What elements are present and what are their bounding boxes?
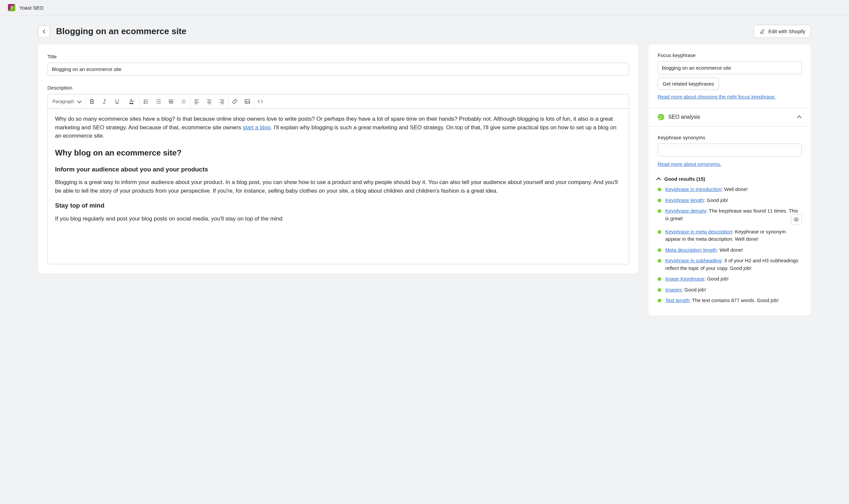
edit-button-label: Edit with Shopify: [769, 29, 805, 34]
align-center-button[interactable]: [203, 94, 216, 108]
result-link[interactable]: Keyphrase density: [665, 208, 706, 214]
status-dot-good-icon: [658, 259, 661, 263]
bold-icon: [89, 99, 94, 104]
code-icon: [257, 98, 263, 105]
result-text: Text length: The text contains 877 words…: [665, 297, 801, 304]
svg-point-6: [796, 218, 797, 220]
result-link[interactable]: Text length: [665, 298, 689, 303]
italic-icon: [102, 99, 107, 104]
synonyms-label: Keyphrase synonyms: [658, 134, 801, 140]
chevron-up-icon: [656, 177, 661, 182]
results-list: Keyphrase in introduction: Well done!Key…: [658, 186, 801, 304]
editor-paragraph: Blogging is a great way to inform your a…: [55, 178, 621, 195]
unordered-list-button[interactable]: [152, 94, 165, 108]
main-card: Title Description Paragraph: [38, 44, 638, 273]
chevron-down-icon: [77, 98, 82, 103]
ordered-list-icon: [143, 99, 149, 104]
status-dot-good-icon: [658, 277, 661, 281]
align-center-icon: [206, 99, 212, 104]
indent-button[interactable]: [165, 94, 177, 108]
title-input[interactable]: [48, 63, 629, 76]
indent-icon: [168, 99, 174, 104]
result-item: Text length: The text contains 877 words…: [658, 297, 801, 304]
result-text: Meta description length: Well done!: [665, 246, 801, 254]
unordered-list-icon: [156, 99, 161, 104]
status-dot-good-icon: [658, 248, 661, 252]
editor-h3: Inform your audience about you and your …: [55, 165, 621, 175]
chevron-up-icon: [797, 115, 801, 120]
status-dot-good-icon: [658, 199, 661, 202]
outdent-button[interactable]: [177, 94, 190, 108]
yoast-logo-icon: [8, 4, 15, 11]
svg-point-5: [246, 100, 247, 101]
result-item: Images: Good job!: [658, 286, 801, 294]
seo-analysis-body: Keyphrase synonyms Read more about synon…: [648, 127, 811, 316]
editor-paragraph: Why do so many ecommerce sites have a bl…: [55, 115, 621, 140]
status-dot-good-icon: [658, 299, 661, 302]
result-text: Keyphrase in introduction: Well done!: [665, 186, 801, 193]
page-header: Blogging on an ecommerce site Edit with …: [0, 16, 849, 44]
edit-with-shopify-button[interactable]: Edit with Shopify: [754, 25, 811, 38]
focus-keyphrase-section: Focus keyphrase Get related keyphrases R…: [648, 44, 811, 108]
editor-link[interactable]: start a blog: [243, 124, 271, 131]
svg-point-3: [157, 103, 157, 103]
get-related-keyphrases-button[interactable]: Get related keyphrases: [658, 77, 719, 90]
good-results-header[interactable]: Good results (15): [658, 176, 801, 182]
code-button[interactable]: [254, 94, 267, 108]
highlight-toggle-button[interactable]: [791, 214, 801, 225]
editor-h3: Stay top of mind: [55, 201, 621, 211]
status-dot-good-icon: [658, 288, 661, 292]
image-icon: [245, 98, 250, 105]
edit-icon: [759, 29, 765, 34]
result-text: Keyphrase in meta description: Keyphrase…: [665, 228, 801, 243]
good-results-title: Good results (15): [664, 176, 705, 182]
italic-button[interactable]: [98, 94, 111, 108]
svg-point-1: [157, 99, 157, 100]
text-color-button[interactable]: [123, 94, 139, 108]
focus-keyphrase-help-link[interactable]: Read more about choosing the right focus…: [658, 94, 776, 100]
back-button[interactable]: [38, 25, 50, 37]
result-link[interactable]: Images: [665, 287, 682, 292]
smiley-good-icon: [658, 114, 664, 120]
align-left-button[interactable]: [191, 94, 203, 108]
result-item: Keyphrase in meta description: Keyphrase…: [658, 228, 801, 243]
result-link[interactable]: Keyphrase in meta description: [665, 229, 732, 234]
ordered-list-button[interactable]: [140, 94, 152, 108]
result-link[interactable]: Image Keyphrase: [665, 276, 704, 282]
result-item: Keyphrase density: The keyphrase was fou…: [658, 207, 801, 225]
status-dot-good-icon: [658, 230, 661, 234]
app-top-bar: Yoast SEO: [0, 0, 849, 16]
result-item: Meta description length: Well done!: [658, 246, 801, 254]
status-dot-good-icon: [658, 209, 661, 213]
bold-button[interactable]: [86, 94, 98, 108]
synonyms-input[interactable]: [658, 144, 801, 157]
seo-analysis-title: SEO analysis: [668, 114, 700, 120]
svg-rect-0: [129, 103, 133, 104]
underline-button[interactable]: [111, 94, 123, 108]
link-icon: [232, 98, 238, 105]
result-link[interactable]: Meta description length: [665, 247, 717, 253]
link-button[interactable]: [229, 94, 241, 108]
focus-keyphrase-label: Focus keyphrase: [658, 52, 801, 58]
align-left-icon: [194, 99, 199, 104]
editor-toolbar: Paragraph: [48, 94, 629, 108]
result-text: Keyphrase in subheading: 3 of your H2 an…: [665, 257, 801, 272]
format-select-label: Paragraph: [52, 99, 74, 104]
result-item: Keyphrase length: Good job!: [658, 197, 801, 204]
result-text: Image Keyphrase: Good job!: [665, 275, 801, 283]
title-label: Title: [48, 54, 629, 59]
result-link[interactable]: Keyphrase length: [665, 197, 704, 203]
result-link[interactable]: Keyphrase in introduction: [665, 186, 721, 192]
result-text: Keyphrase length: Good job!: [665, 197, 801, 204]
editor-h2: Why blog on an ecommerce site?: [55, 147, 621, 159]
align-right-button[interactable]: [216, 94, 228, 108]
image-button[interactable]: [241, 94, 254, 108]
editor-content[interactable]: Why do so many ecommerce sites have a bl…: [48, 108, 629, 264]
editor-paragraph: If you blog regularly and post your blog…: [55, 215, 621, 223]
focus-keyphrase-input[interactable]: [658, 61, 801, 74]
seo-analysis-header[interactable]: SEO analysis: [648, 108, 811, 127]
result-link[interactable]: Keyphrase in subheading: [665, 258, 721, 263]
outdent-icon: [181, 99, 186, 104]
format-select[interactable]: Paragraph: [48, 99, 85, 104]
synonyms-help-link[interactable]: Read more about synonyms.: [658, 161, 721, 167]
